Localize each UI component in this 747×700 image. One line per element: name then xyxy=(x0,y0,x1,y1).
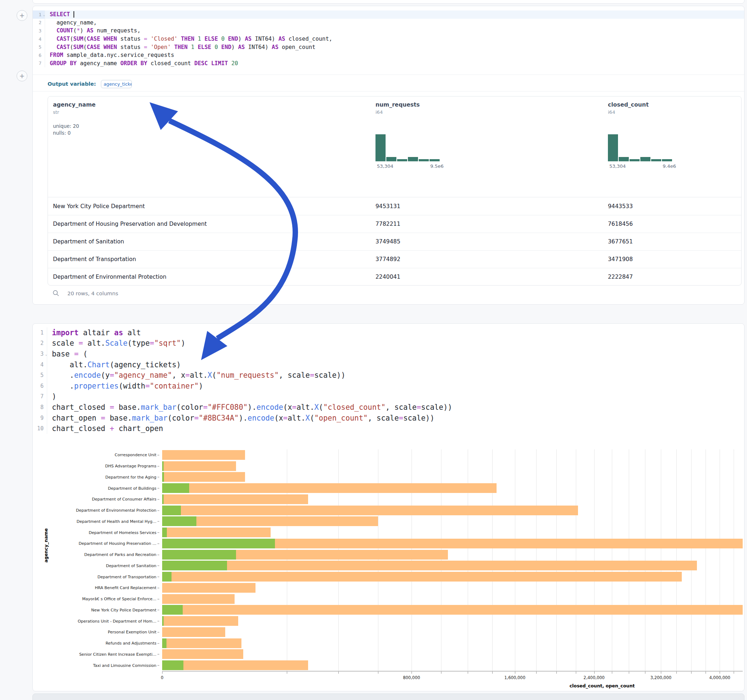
x-axis-tick xyxy=(162,671,163,674)
gridline xyxy=(612,450,612,671)
bar-closed-count xyxy=(162,594,234,604)
bar-closed-count xyxy=(162,494,308,504)
y-axis-label: Senior Citizen Rent Increase Exempti… xyxy=(79,652,162,656)
code-line[interactable]: 3 COUNT(*) AS num_requests, xyxy=(33,27,744,35)
output-variable-pill[interactable]: agency_tickets xyxy=(101,80,132,88)
bar-open-count xyxy=(162,539,275,548)
histogram-bar xyxy=(608,134,618,161)
bar-chart-plot xyxy=(162,450,742,671)
table-cell: 3749485 xyxy=(375,238,400,245)
row-column-count: 20 rows, 4 columns xyxy=(67,291,118,296)
bar-closed-count xyxy=(162,605,742,615)
bar-closed-count xyxy=(162,505,578,515)
code-line[interactable]: 5 .encode(y="agency_name", x=alt.X("num_… xyxy=(33,370,744,381)
table-cell: 3471908 xyxy=(608,256,633,262)
gridline xyxy=(661,450,661,671)
divider xyxy=(33,74,744,75)
table-row[interactable]: Department of Sanitation37494853677651 xyxy=(48,232,741,250)
code-line[interactable]: 4 CAST(SUM(CASE WHEN status = 'Closed' T… xyxy=(33,35,744,43)
gridline xyxy=(556,450,557,671)
code-line[interactable]: 2scale = alt.Scale(type="sqrt") xyxy=(33,338,744,349)
table-cell: Department of Environmental Protection xyxy=(53,274,166,280)
x-axis-tick xyxy=(287,671,287,674)
code-line[interactable]: 2 agency_name, xyxy=(33,19,744,27)
table-cell: 2240041 xyxy=(375,274,400,280)
collapse-chevron-icon[interactable]: ⌄ xyxy=(44,353,47,356)
histogram-bar xyxy=(429,159,440,161)
output-variable-label: Output variable: xyxy=(48,81,96,87)
code-line[interactable]: 3⌄base = ( xyxy=(33,348,744,359)
gridline xyxy=(492,450,493,671)
code-line[interactable]: 7GROUP BY agency_name ORDER BY closed_co… xyxy=(33,59,744,68)
gridline xyxy=(576,450,576,671)
x-axis-tick-label: 0 xyxy=(161,675,163,680)
column-header-num_requests[interactable]: num_requestsi64 xyxy=(375,101,420,115)
search-icon[interactable] xyxy=(53,290,59,297)
code-line[interactable]: 1⌄SELECT xyxy=(33,11,744,19)
table-cell: 2222847 xyxy=(608,274,633,280)
bar-closed-count xyxy=(162,472,245,482)
gridline xyxy=(338,450,339,671)
chart-y-axis-labels: Correspondence UnitDHS Advantage Program… xyxy=(33,450,162,671)
code-line[interactable]: 6FROM sample_data.nyc.service_requests xyxy=(33,51,744,59)
gridline xyxy=(468,450,468,671)
table-row[interactable]: Department of Housing Preservation and D… xyxy=(48,215,741,232)
column-header-closed_count[interactable]: closed_counti64 xyxy=(608,101,649,115)
bar-closed-count xyxy=(162,638,242,648)
histogram-bar xyxy=(397,159,407,161)
code-line[interactable]: 4 alt.Chart(agency_tickets) xyxy=(33,359,744,370)
code-line[interactable]: 9chart_open = base.mark_bar(color="#8BC3… xyxy=(33,413,744,424)
gridline xyxy=(515,450,515,671)
bar-closed-count xyxy=(162,661,308,670)
code-line[interactable]: 7) xyxy=(33,391,744,402)
x-axis-tick xyxy=(468,671,468,674)
bar-open-count xyxy=(162,616,163,626)
bar-closed-count xyxy=(162,483,496,493)
y-axis-label: Personal Exemption Unit xyxy=(108,630,162,634)
x-axis-tick-label: 4,000,000 xyxy=(709,675,730,680)
y-axis-label: Department of Consumer Affairs xyxy=(92,497,162,502)
table-row[interactable]: Department of Transportation377489234719… xyxy=(48,250,741,268)
x-axis-tick xyxy=(378,671,378,674)
bar-open-count xyxy=(162,561,227,570)
add-cell-button-output[interactable]: + xyxy=(17,71,27,81)
y-axis-label: Mayorâ€ s Office of Special Enforce… xyxy=(82,597,162,601)
table-cell: 7618456 xyxy=(608,221,633,227)
histogram-bar xyxy=(662,159,672,161)
y-axis-label: Department of Housing Preservation … xyxy=(79,541,162,546)
code-line[interactable]: 5 CAST(SUM(CASE WHEN status = 'Open' THE… xyxy=(33,43,744,51)
gridline xyxy=(594,450,594,671)
chart-x-axis-title: closed_count, open_count xyxy=(569,683,635,688)
column-histogram xyxy=(608,128,672,161)
bar-closed-count xyxy=(162,649,243,659)
gridline xyxy=(629,450,629,671)
table-row[interactable]: Department of Environmental Protection22… xyxy=(48,268,741,285)
code-line[interactable]: 8chart_closed = base.mark_bar(color="#FF… xyxy=(33,402,744,413)
add-cell-button-top[interactable]: + xyxy=(17,10,27,21)
y-axis-label: Department of Sanitation xyxy=(106,563,162,568)
gridline xyxy=(411,450,412,671)
y-axis-label: HRA Benefit Card Replacement xyxy=(95,585,162,590)
bar-open-count xyxy=(162,505,181,515)
y-axis-label: Department of Buildings xyxy=(108,486,162,490)
table-row[interactable]: New York City Police Department945313194… xyxy=(48,197,741,215)
code-line[interactable]: 10chart_closed + chart_open xyxy=(33,423,744,434)
y-axis-label: Department of Parks and Recreation xyxy=(84,552,162,557)
x-axis-tick xyxy=(661,671,661,674)
y-axis-label: Correspondence Unit xyxy=(115,453,162,457)
column-header-agency_name[interactable]: agency_namestrunique: 20nulls: 0 xyxy=(53,101,95,136)
x-axis-tick xyxy=(492,671,493,674)
python-editor[interactable]: 1import altair as alt2scale = alt.Scale(… xyxy=(33,327,744,434)
histogram-bar xyxy=(408,157,418,161)
collapse-chevron-icon[interactable]: ⌄ xyxy=(41,13,45,17)
code-line[interactable]: 6 .properties(width="container") xyxy=(33,381,744,391)
sql-editor[interactable]: 1⌄SELECT 2 agency_name,3 COUNT(*) AS num… xyxy=(33,11,744,67)
column-histogram xyxy=(375,128,440,161)
bar-open-count xyxy=(162,483,189,493)
table-cell: Department of Sanitation xyxy=(53,238,124,245)
bar-closed-count xyxy=(162,572,682,582)
gridline xyxy=(536,450,537,671)
code-line[interactable]: 1import altair as alt xyxy=(33,327,744,338)
y-axis-label: Department of Environmental Protection xyxy=(76,508,162,513)
gridline xyxy=(720,450,720,671)
